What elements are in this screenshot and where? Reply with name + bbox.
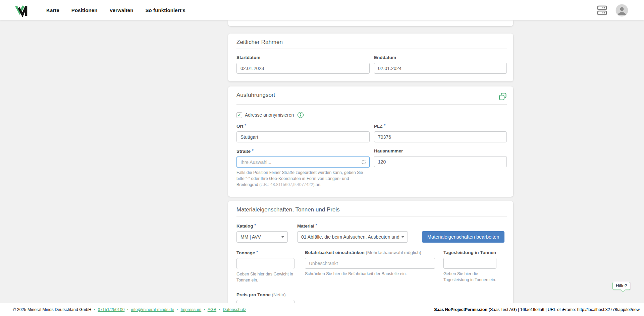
footer-impressum-link[interactable]: Impressum	[180, 307, 201, 312]
field-plz: PLZ*	[374, 123, 507, 142]
footer-separator: ·	[127, 307, 128, 312]
startdatum-input[interactable]	[236, 63, 370, 74]
edit-material-button[interactable]: Materialeigenschaften bearbeiten	[422, 231, 504, 243]
footer-separator: ·	[177, 307, 178, 312]
strasse-label-text: Straße	[236, 149, 251, 154]
ort-label-text: Ort	[236, 124, 243, 129]
field-tonnage: Tonnage* Geben Sie hier das Gewicht in T…	[236, 250, 294, 283]
tagesleistung-input[interactable]	[443, 258, 496, 269]
preis-label-hint: (Netto)	[272, 292, 286, 297]
section-title-ausfuehrungsort: Ausführungsort	[236, 92, 275, 99]
startdatum-label: Startdatum	[236, 55, 370, 60]
required-marker: *	[245, 123, 246, 128]
footer-agb-link[interactable]: AGB	[208, 307, 216, 312]
footer-datenschutz-link[interactable]: Datenschutz	[223, 307, 246, 312]
list-rows-icon[interactable]	[597, 5, 607, 16]
footer-right: Saas NoProjectPermission (Saas Test AG) …	[434, 307, 640, 312]
strasse-input[interactable]	[236, 156, 370, 168]
katalog-label-text: Katalog	[236, 224, 253, 229]
required-marker: *	[256, 250, 258, 255]
plz-input[interactable]	[374, 131, 507, 142]
footer-email-link[interactable]: info@mineral-minds.de	[131, 307, 174, 312]
chevron-down-icon	[401, 236, 404, 238]
befahrbarkeit-help-text: Schränken Sie hier die Befahrbarkeit der…	[305, 271, 435, 277]
section-title-zeitlicher-rahmen: Zeitlicher Rahmen	[236, 39, 283, 46]
field-befahrbarkeit: Befahrbarkeit einschränken (Mehrfachausw…	[305, 250, 435, 277]
enddatum-input[interactable]	[374, 63, 507, 74]
footer: © 2025 Mineral Minds Deutschland GmbH · …	[0, 303, 644, 316]
help-button-label: Hilfe?	[616, 283, 627, 288]
footer-tenant-name: Saas NoProjectPermission	[434, 307, 487, 312]
nav-item-positionen[interactable]: Positionen	[71, 7, 98, 13]
footer-copyright: © 2025 Mineral Minds Deutschland GmbH	[13, 307, 91, 312]
preis-label-text: Preis pro Tonne	[236, 292, 271, 297]
befahrbarkeit-input[interactable]	[305, 258, 435, 269]
katalog-select-value: MM | AVV	[240, 234, 279, 240]
field-enddatum: Enddatum	[374, 55, 507, 74]
ort-label: Ort*	[236, 123, 370, 129]
section-divider	[236, 104, 507, 105]
preis-label: Preis pro Tonne (Netto)	[236, 292, 294, 297]
section-divider	[236, 49, 507, 49]
logo-icon	[15, 3, 29, 17]
field-material: Material* 01 Abfälle, die beim Aufsuchen…	[297, 223, 408, 243]
person-icon	[616, 4, 628, 16]
anonymize-checkbox[interactable]: ✓	[236, 112, 242, 118]
section-title-material: Materialeigenschaften, Tonnen und Preis	[236, 206, 340, 213]
plz-label: PLZ*	[374, 123, 507, 129]
section-zeitlicher-rahmen: Zeitlicher Rahmen Startdatum Enddatum	[228, 34, 513, 81]
field-startdatum: Startdatum	[236, 55, 370, 74]
required-marker: *	[255, 223, 256, 228]
user-avatar[interactable]	[616, 4, 628, 16]
tonnage-input[interactable]	[236, 258, 294, 269]
field-strasse: Straße* Falls die Position keiner Straße…	[236, 148, 370, 188]
hausnummer-label: Hausnummer	[374, 148, 507, 153]
footer-separator: ·	[219, 307, 220, 312]
info-icon[interactable]	[297, 112, 304, 118]
nav-item-so-funktionierts[interactable]: So funktioniert's	[145, 7, 185, 13]
field-ort: Ort*	[236, 123, 370, 142]
section-divider	[236, 216, 507, 216]
footer-left: © 2025 Mineral Minds Deutschland GmbH · …	[13, 307, 246, 312]
hausnummer-input[interactable]	[374, 156, 507, 167]
app-logo[interactable]	[15, 3, 29, 17]
plz-label-text: PLZ	[374, 124, 383, 129]
help-button[interactable]: Hilfe?	[612, 282, 630, 290]
tagesleistung-help-text: Geben Sie hier die Tagesleistung in Tonn…	[443, 271, 496, 283]
section-material: Materialeigenschaften, Tonnen und Preis …	[228, 201, 513, 316]
field-hausnummer: Hausnummer	[374, 148, 507, 188]
required-marker: *	[252, 148, 254, 153]
enddatum-label: Enddatum	[374, 55, 507, 60]
befahrbarkeit-label: Befahrbarkeit einschränken (Mehrfachausw…	[305, 250, 435, 255]
befahrbarkeit-label-hint: (Mehrfachauswahl möglich)	[366, 250, 421, 255]
katalog-select[interactable]: MM | AVV	[236, 231, 288, 243]
befahrbarkeit-label-text: Befahrbarkeit einschränken	[305, 250, 365, 255]
required-marker: *	[316, 223, 317, 228]
nav-item-verwalten[interactable]: Verwalten	[110, 7, 133, 13]
field-katalog: Katalog* MM | AVV	[236, 223, 288, 243]
footer-session-info: (Saas Test AG) | 16fae1ffc6a6 | URL of i…	[487, 307, 640, 312]
tonnage-label-text: Tonnage	[236, 250, 255, 255]
footer-phone-link[interactable]: 07151/250100	[98, 307, 124, 312]
footer-separator: ·	[94, 307, 95, 312]
strasse-help-text: Falls die Position keiner Straße zugeord…	[236, 170, 370, 188]
material-select[interactable]: 01 Abfälle, die beim Aufsuchen, Ausbeute…	[297, 231, 408, 243]
section-ausfuehrungsort: Ausführungsort ✓ Adresse anonymisieren O…	[228, 86, 513, 197]
material-label: Material*	[297, 223, 408, 229]
strasse-label: Straße*	[236, 148, 370, 154]
top-nav: Karte Positionen Verwalten So funktionie…	[0, 0, 644, 20]
anonymize-label: Adresse anonymisieren	[245, 112, 294, 118]
help-bubble-tail	[621, 288, 626, 292]
material-select-value: 01 Abfälle, die beim Aufsuchen, Ausbeute…	[301, 234, 399, 240]
katalog-label: Katalog*	[236, 223, 288, 229]
loading-spinner-icon	[362, 160, 366, 164]
copy-icon[interactable]	[499, 92, 507, 101]
material-label-text: Material	[297, 224, 314, 229]
card-stub	[228, 20, 513, 26]
nav-item-karte[interactable]: Karte	[46, 7, 59, 13]
field-tagesleistung: Tagesleistung in Tonnen Geben Sie hier d…	[443, 250, 496, 283]
main-nav: Karte Positionen Verwalten So funktionie…	[46, 7, 185, 13]
strasse-help-end: an.	[316, 182, 321, 187]
tonnage-help-text: Geben Sie hier das Gewicht in Tonnen ein…	[236, 271, 294, 283]
ort-input[interactable]	[236, 131, 370, 142]
